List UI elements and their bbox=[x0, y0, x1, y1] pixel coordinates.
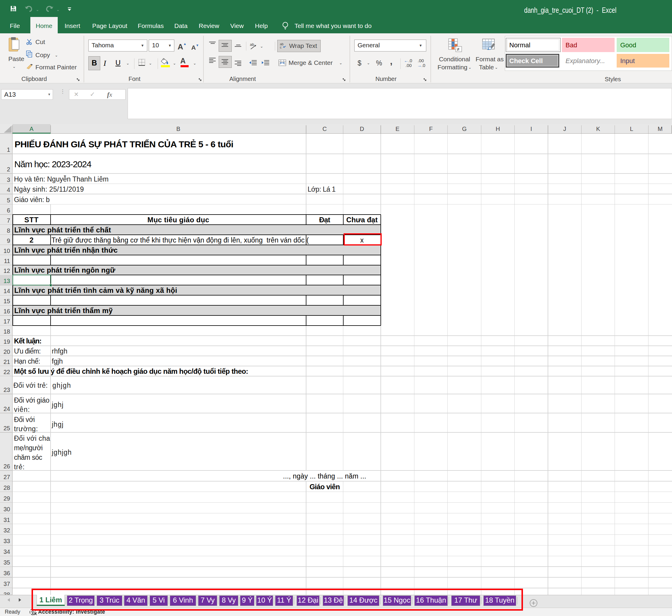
svg-text:≠: ≠ bbox=[457, 47, 460, 52]
svg-text:ab: ab bbox=[250, 42, 254, 47]
svg-text:c: c bbox=[280, 46, 282, 49]
